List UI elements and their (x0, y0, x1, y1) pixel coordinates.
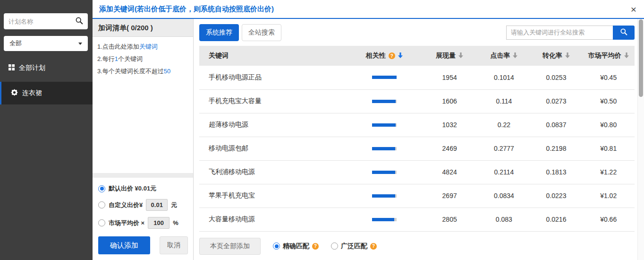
table-row[interactable]: 移动电源包邮24690.27770.2198¥0.81 (199, 137, 635, 160)
price-cell: ¥0.45 (582, 66, 635, 89)
modal-body: 加词清单( 0/200 ) 1.点击此处添加关键词 2.每行1个关键词 3.每个… (93, 19, 644, 260)
ctr-cell: 0.2777 (478, 137, 530, 160)
help-icon[interactable]: ? (312, 243, 319, 250)
keyword-table: 关键词 相关性 ? (199, 46, 635, 232)
cancel-button[interactable]: 取消 (160, 236, 188, 254)
match-option-label: 精确匹配 (283, 242, 309, 251)
add-all-button[interactable]: 本页全部添加 (199, 238, 261, 255)
relevance-bar (372, 100, 397, 103)
radio-custom-bid[interactable] (98, 201, 105, 208)
add-list-panel: 加词清单( 0/200 ) 1.点击此处添加关键词 2.每行1个关键词 3.每个… (93, 19, 194, 260)
keyword-searchbar (506, 26, 635, 40)
sort-icon[interactable] (624, 52, 629, 60)
impressions-cell: 1032 (421, 113, 478, 137)
close-icon[interactable]: × (631, 4, 636, 14)
cvr-cell: 0.0273 (530, 89, 583, 113)
relevance-cell (347, 137, 421, 160)
relevance-cell (347, 89, 421, 113)
radio-default-bid[interactable] (98, 185, 105, 192)
cvr-cell: 0.2198 (530, 137, 583, 160)
cvr-cell: 0.0837 (530, 113, 583, 137)
impressions-cell: 2697 (421, 184, 478, 208)
add-list-header: 加词清单( 0/200 ) (93, 19, 193, 37)
sidebar-item-campaign[interactable]: 连衣裙 (0, 82, 93, 104)
bid-option-default[interactable]: 默认出价 ¥0.01元 (98, 184, 188, 193)
sort-icon[interactable] (565, 52, 570, 60)
col-header-cvr[interactable]: 转化率 (530, 46, 583, 66)
keyword-table-panel: 系统推荐 全站搜索 (194, 19, 644, 260)
impressions-cell: 1606 (421, 89, 478, 113)
search-icon (620, 28, 627, 37)
table-row[interactable]: 大容量移动电源28050.0830.0216¥0.66 (199, 208, 635, 231)
grid-icon (8, 64, 15, 72)
col-header-market-price[interactable]: 市场平均价 (582, 46, 635, 66)
col-header-relevance[interactable]: 相关性 ? (347, 46, 421, 66)
tab-system-recommend[interactable]: 系统推荐 (199, 24, 239, 41)
radio-broad-match[interactable] (331, 243, 338, 250)
radio-market-bid[interactable] (98, 219, 105, 226)
sort-desc-icon[interactable] (398, 52, 403, 60)
cvr-cell: 0.0253 (530, 66, 583, 89)
custom-bid-input[interactable] (146, 199, 168, 211)
table-row[interactable]: 手机移动电源正品19540.10140.0253¥0.45 (199, 66, 635, 89)
keyword-cell: 飞利浦移动电源 (199, 160, 347, 184)
sidebar-item-label: 连衣裙 (22, 89, 42, 97)
table-row[interactable]: 飞利浦移动电源48240.21140.1813¥1.22 (199, 160, 635, 184)
col-header-impressions[interactable]: 展现量 (421, 46, 478, 66)
modal-header: 添加关键词(若出价低于底价，则系统自动按照底价出价) × (93, 0, 644, 19)
relevance-bar (372, 218, 397, 221)
tab-site-search[interactable]: 全站搜索 (242, 24, 281, 41)
relevance-bar (372, 123, 397, 127)
relevance-bar (372, 76, 397, 79)
table-toolbar: 系统推荐 全站搜索 (199, 19, 635, 46)
relevance-cell (347, 113, 421, 137)
keyword-cell: 超薄移动电源 (199, 113, 347, 137)
radio-exact-match[interactable] (273, 243, 280, 250)
bid-option-label: 默认出价 ¥0.01元 (109, 184, 156, 193)
bid-panel: 默认出价 ¥0.01元 自定义出价¥ 元 市场平均价 × % 确认添加 取消 (93, 178, 193, 260)
price-cell: ¥0.81 (582, 137, 635, 160)
match-option-exact[interactable]: 精确匹配 ? (273, 242, 319, 251)
sort-icon[interactable] (513, 52, 517, 60)
relevance-bar (372, 194, 397, 198)
bid-option-custom[interactable]: 自定义出价¥ 元 (98, 199, 188, 211)
help-icon[interactable]: ? (389, 52, 395, 59)
instruction-line: 3.每个关键词长度不超过50 (97, 65, 188, 78)
vertical-scrollbar[interactable] (637, 19, 644, 260)
impressions-cell: 2469 (421, 137, 478, 160)
cvr-cell: 0.0216 (530, 208, 583, 231)
keyword-search-button[interactable] (613, 26, 635, 40)
scrollbar-thumb[interactable] (639, 19, 643, 97)
price-cell: ¥1.02 (582, 184, 635, 208)
table-row[interactable]: 苹果手机充电宝26970.08340.0223¥1.02 (199, 184, 635, 208)
search-icon[interactable] (75, 17, 83, 26)
plan-filter-value: 全部 (9, 39, 22, 48)
ctr-cell: 0.114 (478, 89, 530, 113)
confirm-add-button[interactable]: 确认添加 (98, 236, 150, 254)
plan-search-box[interactable] (4, 13, 88, 29)
keyword-search-input[interactable] (506, 26, 613, 40)
plan-search-input[interactable] (8, 18, 75, 25)
col-header-ctr[interactable]: 点击率 (478, 46, 530, 66)
price-cell: ¥0.50 (582, 89, 635, 113)
help-icon[interactable]: ? (370, 243, 377, 250)
ctr-cell: 0.2114 (478, 160, 530, 184)
keyword-entry-area[interactable]: 1.点击此处添加关键词 2.每行1个关键词 3.每个关键词长度不超过50 (93, 37, 193, 173)
impressions-cell: 2805 (421, 208, 478, 231)
match-option-broad[interactable]: 广泛匹配 ? (331, 242, 377, 251)
sort-icon[interactable] (458, 52, 463, 60)
bid-option-market[interactable]: 市场平均价 × % (98, 217, 188, 229)
plan-filter-select[interactable]: 全部 (4, 36, 88, 51)
sidebar-item-all-plans[interactable]: 全部计划 (0, 61, 93, 76)
modal-title: 添加关键词(若出价低于底价，则系统自动按照底价出价) (99, 5, 274, 14)
sidebar-item-label: 全部计划 (19, 64, 45, 72)
impressions-cell: 1954 (421, 66, 478, 89)
table-row[interactable]: 手机充电宝大容量16060.1140.0273¥0.50 (199, 89, 635, 113)
relevance-cell (347, 184, 421, 208)
impressions-cell: 4824 (421, 160, 478, 184)
chevron-down-icon (78, 43, 82, 45)
price-cell: ¥0.80 (582, 113, 635, 137)
table-row[interactable]: 超薄移动电源10320.220.0837¥0.80 (199, 113, 635, 137)
market-percent-input[interactable] (148, 217, 169, 229)
keyword-table-body: 手机移动电源正品19540.10140.0253¥0.45手机充电宝大容量160… (199, 66, 635, 231)
